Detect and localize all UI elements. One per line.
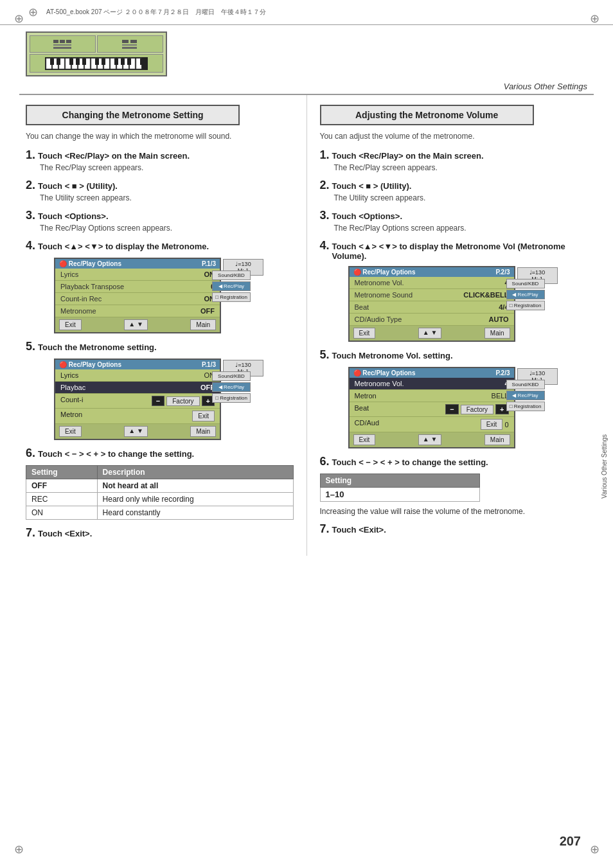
- left-lcd1-exit-btn[interactable]: Exit: [59, 319, 82, 330]
- right-step-2: 2. Touch < ■ > (Utility). The Utility sc…: [320, 179, 588, 202]
- left-lcd2-row-1: Playbac OFF: [55, 382, 220, 394]
- right-lcd2-exit-btn[interactable]: Exit: [353, 434, 376, 445]
- step-title-5: Touch the Metronome setting.: [38, 342, 157, 352]
- right-lcd2-reg-btn[interactable]: □ Registration: [506, 402, 545, 411]
- svg-rect-27: [69, 58, 73, 65]
- left-lcd2-exit-btn[interactable]: Exit: [59, 426, 82, 437]
- lcd-icon-2: [121, 39, 140, 50]
- right-lcd1-row-2: Beat 4/4: [350, 301, 514, 314]
- left-lcd1-row-1: Playback Transpose 0: [55, 281, 220, 293]
- step-num-4: 4.: [26, 239, 35, 252]
- svg-rect-33: [121, 58, 125, 65]
- right-settings-table: Setting 1–10: [320, 474, 481, 502]
- svg-rect-1: [60, 40, 65, 43]
- right-lcd1-page: P.2/3: [495, 269, 510, 276]
- step-num-5: 5.: [26, 340, 35, 353]
- right-lcd2-sound-btn[interactable]: Sound/KBD: [506, 380, 545, 389]
- right-step-title-7: Touch <Exit>.: [332, 525, 386, 535]
- right-lcd1-row-0: Metronome Vol. 4: [350, 277, 514, 289]
- right-step-num-2: 2.: [320, 179, 330, 192]
- left-lcd2-side-buttons: Sound/KBD ◀ Rec/Play □ Registration: [212, 371, 251, 403]
- right-setting-range: 1–10: [320, 488, 480, 502]
- left-lcd1-sound-btn[interactable]: Sound/KBD: [212, 270, 251, 280]
- left-section-title: Changing the Metronome Setting: [26, 105, 240, 125]
- svg-rect-32: [114, 58, 118, 65]
- right-lcd1-exit-btn[interactable]: Exit: [353, 328, 376, 339]
- left-lcd1-recplay-btn[interactable]: ◀ Rec/Play: [212, 281, 251, 291]
- step-sub-1: The Rec/Play screen appears.: [26, 163, 294, 172]
- right-lcd1: 🔴 Rec/Play Options P.2/3 ♩=130 M: 1 Metr…: [348, 266, 515, 342]
- right-lcd1-recplay-btn[interactable]: ◀ Rec/Play: [506, 290, 545, 299]
- step-title-6: Touch < − > < + > to change the setting.: [38, 449, 194, 459]
- svg-rect-0: [53, 40, 58, 43]
- right-lcd1-reg-btn[interactable]: □ Registration: [506, 301, 545, 310]
- right-lcd1-row-3: CD/Audio Type AUTO: [350, 314, 514, 326]
- svg-rect-31: [102, 58, 105, 65]
- left-lcd1-main-btn[interactable]: Main: [190, 319, 216, 330]
- right-lcd2-nav[interactable]: ▲ ▼: [418, 434, 442, 445]
- setting-on: ON: [26, 506, 98, 520]
- svg-rect-29: [82, 58, 86, 65]
- right-step-num-3: 3.: [320, 209, 330, 222]
- step-sub-2: The Utility screen appears.: [26, 193, 294, 202]
- right-step-4: 4. Touch <▲> <▼> to display the Metronom…: [320, 239, 588, 342]
- right-step-title-5: Touch Metronome Vol. setting.: [332, 351, 453, 360]
- right-lcd1-nav[interactable]: ▲ ▼: [418, 328, 442, 339]
- step-num-2: 2.: [26, 179, 35, 192]
- right-lcd2-main-btn[interactable]: Main: [484, 434, 510, 445]
- right-step-num-4: 4.: [320, 239, 330, 252]
- right-step-5: 5. Touch Metronome Vol. setting. 🔴 Rec/P…: [320, 348, 588, 448]
- svg-rect-7: [122, 44, 137, 46]
- right-step-6: 6. Touch < − > < + > to change the setti…: [320, 455, 588, 516]
- step-title-4: Touch <▲> <▼> to display the Metronome.: [38, 242, 209, 251]
- step-title-1: Touch <Rec/Play> on the Main screen.: [38, 151, 190, 161]
- right-lcd1-container: 🔴 Rec/Play Options P.2/3 ♩=130 M: 1 Metr…: [334, 266, 501, 342]
- step-num-1: 1.: [26, 148, 35, 162]
- left-lcd2-row-0: Lyrics ON: [55, 369, 220, 382]
- left-step-1: 1. Touch <Rec/Play> on the Main screen. …: [26, 148, 294, 172]
- left-step-5: 5. Touch the Metronome setting. 🔴 Rec/Pl…: [26, 340, 294, 440]
- left-lcd2-minus-btn[interactable]: −: [152, 396, 164, 406]
- right-lcd1-main-btn[interactable]: Main: [484, 328, 510, 339]
- left-lcd2-recplay-btn[interactable]: ◀ Rec/Play: [212, 382, 251, 392]
- section-title: Various Other Settings: [0, 76, 613, 94]
- left-lcd2-footer: Exit ▲ ▼ Main: [55, 424, 220, 439]
- main-content: Changing the Metronome Setting You can c…: [0, 95, 613, 556]
- right-lcd2-container: 🔴 Rec/Play Options P.2/3 ♩=130 M: 1 Metr…: [334, 367, 501, 448]
- right-lcd2-row-1: Metron BELL: [350, 390, 514, 402]
- left-step-6: 6. Touch < − > < + > to change the setti…: [26, 447, 294, 520]
- left-lcd2-exit-inner-btn[interactable]: Exit: [192, 411, 215, 421]
- lcd-cell-3: [30, 54, 163, 73]
- left-lcd2-main-btn[interactable]: Main: [190, 426, 216, 437]
- left-lcd1-reg-btn[interactable]: □ Registration: [212, 292, 251, 302]
- left-lcd2-container: 🔴 Rec/Play Options P.1/3 ♩=130 M: 1 Lyri…: [40, 359, 207, 440]
- right-step-title-4: Touch <▲> <▼> to display the Metronome V…: [332, 242, 587, 261]
- right-lcd2-minus-btn[interactable]: −: [445, 404, 458, 414]
- right-step-title-6: Touch < − > < + > to change the setting.: [332, 457, 488, 467]
- left-step-7: 7. Touch <Exit>.: [26, 526, 294, 540]
- right-step-sub-2: The Utility screen appears.: [320, 193, 588, 202]
- right-lcd1-sound-btn[interactable]: Sound/KBD: [506, 279, 545, 288]
- left-lcd2-factory-btn[interactable]: Factory: [166, 396, 199, 406]
- right-step-num-6: 6.: [320, 455, 330, 468]
- left-lcd2-nav[interactable]: ▲ ▼: [124, 426, 148, 437]
- right-lcd2-title: 🔴 Rec/Play Options: [353, 369, 416, 376]
- right-lcd2-recplay-btn[interactable]: ◀ Rec/Play: [506, 391, 545, 400]
- step-title-2: Touch < ■ > (Utility).: [38, 181, 118, 191]
- svg-rect-6: [130, 40, 137, 43]
- svg-rect-2: [66, 40, 71, 43]
- left-lcd1-side-buttons: Sound/KBD ◀ Rec/Play □ Registration: [212, 270, 251, 302]
- right-lcd2-side-buttons: Sound/KBD ◀ Rec/Play □ Registration: [506, 380, 545, 411]
- left-lcd1-row-2: Count-in Rec ON: [55, 293, 220, 305]
- left-lcd2-sound-btn[interactable]: Sound/KBD: [212, 371, 251, 381]
- right-section-title: Adjusting the Metronome Volume: [320, 105, 534, 125]
- lcd-icon-1: [53, 39, 73, 50]
- left-lcd2-reg-btn[interactable]: □ Registration: [212, 393, 251, 403]
- left-step-2: 2. Touch < ■ > (Utility). The Utility sc…: [26, 179, 294, 202]
- left-lcd1-footer: Exit ▲ ▼ Main: [55, 317, 220, 332]
- right-step-7: 7. Touch <Exit>.: [320, 522, 588, 536]
- right-lcd2-exit-inner-btn[interactable]: Exit: [481, 419, 503, 430]
- left-lcd1-nav[interactable]: ▲ ▼: [124, 319, 148, 330]
- setting-rec: REC: [26, 493, 98, 506]
- right-lcd2-factory-btn[interactable]: Factory: [461, 405, 493, 414]
